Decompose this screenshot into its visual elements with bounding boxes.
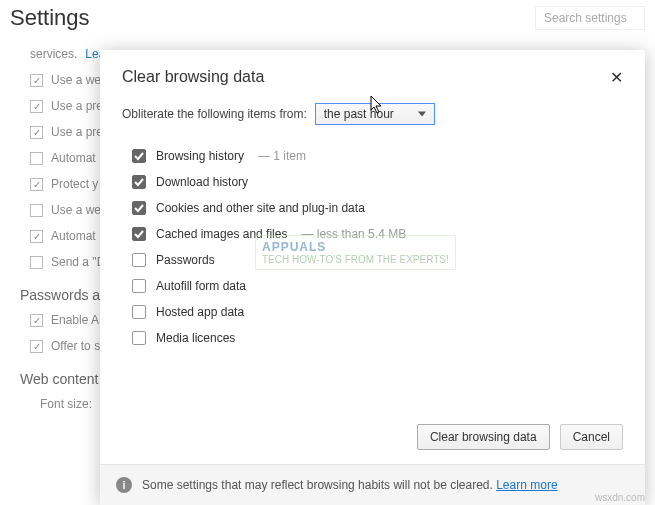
- checkbox-label: Enable A: [51, 313, 99, 327]
- checkbox-label: Send a "D: [51, 255, 105, 269]
- item-label: Download history: [156, 175, 248, 189]
- item-note: — less than 5.4 MB: [301, 227, 406, 241]
- checkbox-label: Automat: [51, 229, 96, 243]
- checkbox[interactable]: [132, 149, 146, 163]
- checkbox[interactable]: [132, 253, 146, 267]
- checkbox[interactable]: [30, 152, 43, 165]
- checkbox[interactable]: [132, 227, 146, 241]
- clear-browsing-data-button[interactable]: Clear browsing data: [417, 424, 550, 450]
- checkbox-label: Offer to s: [51, 339, 100, 353]
- footer-watermark: wsxdn.com: [595, 492, 645, 503]
- clear-browsing-data-dialog: Clear browsing data ✕ Obliterate the fol…: [100, 50, 645, 505]
- cancel-button[interactable]: Cancel: [560, 424, 623, 450]
- item-label: Cookies and other site and plug-in data: [156, 201, 365, 215]
- checkbox-label: Use a pre: [51, 125, 103, 139]
- item-label: Autofill form data: [156, 279, 246, 293]
- clear-item-row: Browsing history— 1 item: [132, 143, 623, 169]
- clear-item-row: Media licences: [132, 325, 623, 351]
- checkbox-label: Automat: [51, 151, 96, 165]
- search-settings-input[interactable]: Search settings: [535, 6, 645, 30]
- time-range-select[interactable]: the past hour: [315, 103, 435, 125]
- checkbox[interactable]: [132, 331, 146, 345]
- dialog-title: Clear browsing data: [122, 68, 264, 86]
- checkbox[interactable]: [132, 279, 146, 293]
- checkbox[interactable]: [30, 340, 43, 353]
- item-label: Media licences: [156, 331, 235, 345]
- checkbox[interactable]: [30, 230, 43, 243]
- time-range-value: the past hour: [324, 107, 394, 121]
- info-text: Some settings that may reflect browsing …: [142, 478, 493, 492]
- info-bar: i Some settings that may reflect browsin…: [100, 464, 645, 505]
- clear-item-row: Hosted app data: [132, 299, 623, 325]
- checkbox-label: Use a we: [51, 73, 101, 87]
- item-label: Cached images and files: [156, 227, 287, 241]
- clear-item-row: Cookies and other site and plug-in data: [132, 195, 623, 221]
- clear-item-row: Autofill form data: [132, 273, 623, 299]
- checkbox[interactable]: [30, 100, 43, 113]
- checkbox[interactable]: [30, 178, 43, 191]
- item-label: Hosted app data: [156, 305, 244, 319]
- clear-item-row: Cached images and files— less than 5.4 M…: [132, 221, 623, 247]
- checkbox[interactable]: [30, 204, 43, 217]
- item-label: Passwords: [156, 253, 215, 267]
- checkbox[interactable]: [30, 126, 43, 139]
- info-icon: i: [116, 477, 132, 493]
- checkbox[interactable]: [132, 175, 146, 189]
- info-learn-more-link[interactable]: Learn more: [496, 478, 557, 492]
- checkbox[interactable]: [132, 305, 146, 319]
- checkbox-label: Use a we: [51, 203, 101, 217]
- close-icon[interactable]: ✕: [610, 68, 623, 87]
- item-note: — 1 item: [258, 149, 306, 163]
- page-title: Settings: [10, 5, 90, 31]
- obliterate-label: Obliterate the following items from:: [122, 107, 307, 121]
- item-label: Browsing history: [156, 149, 244, 163]
- checkbox[interactable]: [30, 314, 43, 327]
- clear-item-row: Passwords: [132, 247, 623, 273]
- clear-items-list: Browsing history— 1 item Download histor…: [122, 143, 623, 351]
- checkbox[interactable]: [30, 256, 43, 269]
- checkbox[interactable]: [132, 201, 146, 215]
- checkbox-label: Protect y: [51, 177, 98, 191]
- clear-item-row: Download history: [132, 169, 623, 195]
- checkbox[interactable]: [30, 74, 43, 87]
- checkbox-label: Use a pre: [51, 99, 103, 113]
